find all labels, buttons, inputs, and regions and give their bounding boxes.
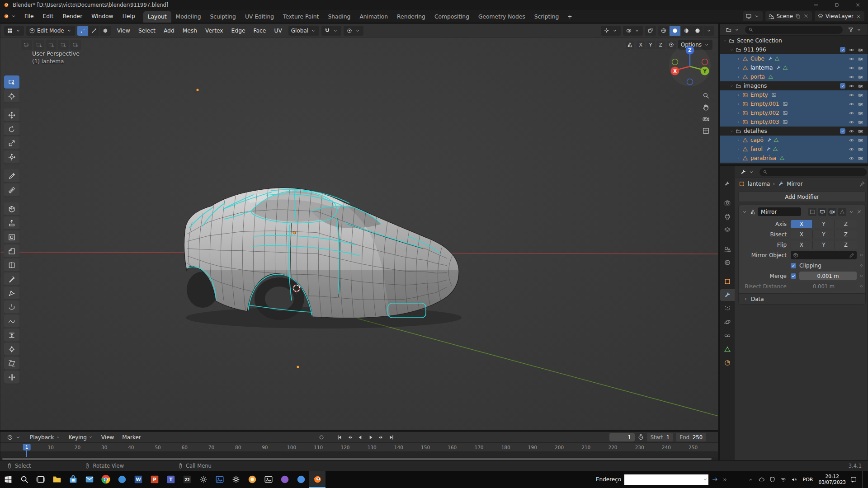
properties-tab-data[interactable]	[720, 343, 735, 355]
tool-measure[interactable]	[4, 183, 19, 197]
stopwatch-icon[interactable]	[637, 434, 644, 441]
navigation-gizmo[interactable]: ZXY	[668, 44, 712, 87]
tool-smooth[interactable]	[4, 314, 19, 328]
disable-in-render-icon[interactable]	[858, 146, 863, 152]
hide-in-viewport-icon[interactable]	[849, 83, 854, 89]
display-on-cage-toggle[interactable]	[838, 208, 846, 216]
camera-view-icon[interactable]	[702, 115, 710, 123]
bisect-z-button[interactable]: Z	[835, 230, 857, 239]
tool-inset[interactable]	[4, 230, 19, 244]
properties-tab-object[interactable]	[720, 276, 735, 287]
auto-keying-toggle[interactable]	[317, 433, 326, 441]
outliner-row-empty-002[interactable]: Empty.002	[720, 108, 868, 117]
collection-checkbox[interactable]	[840, 128, 845, 134]
overlays-dropdown[interactable]	[623, 26, 643, 36]
workspace-tab-scripting[interactable]: Scripting	[530, 11, 564, 23]
viewport-menu-edge[interactable]: Edge	[227, 28, 250, 34]
viewport-3d[interactable]: Edit Mode ViewSelectAddMeshVertexEdgeFac…	[0, 23, 718, 430]
editor-type-button[interactable]	[4, 26, 24, 36]
tool-add-cube[interactable]	[4, 202, 19, 216]
tool-shrink-fatten[interactable]	[4, 343, 19, 356]
hide-in-viewport-icon[interactable]	[849, 92, 854, 98]
menu-help[interactable]: Help	[118, 10, 140, 23]
collapse-icon[interactable]	[729, 84, 735, 88]
new-scene-icon[interactable]	[795, 13, 801, 19]
viewlayer-selector[interactable]: ViewLayer	[815, 11, 864, 21]
mirror-symmetry-icon[interactable]	[626, 41, 634, 49]
tool-knife[interactable]	[4, 272, 19, 286]
properties-tab-scene[interactable]	[720, 243, 735, 255]
maximize-button[interactable]	[826, 0, 847, 10]
workspace-tab-animation[interactable]: Animation	[355, 11, 392, 23]
disable-in-render-icon[interactable]	[858, 65, 863, 71]
outliner-row-lantema[interactable]: lantema	[720, 63, 868, 72]
taskbar-settings[interactable]	[228, 471, 244, 488]
tray-cloud-icon[interactable]	[758, 476, 765, 483]
outliner-row-empty-001[interactable]: Empty.001	[720, 99, 868, 108]
shading-options-dropdown[interactable]	[703, 26, 714, 36]
show-gizmo-dropdown[interactable]	[601, 26, 621, 36]
xray-toggle[interactable]	[645, 26, 656, 36]
menu-render[interactable]: Render	[58, 10, 87, 23]
breadcrumb-modifier[interactable]: Mirror	[787, 181, 802, 187]
disable-in-render-icon[interactable]	[858, 47, 863, 53]
collection-checkbox[interactable]	[840, 83, 845, 89]
unlink-scene-icon[interactable]	[803, 13, 809, 19]
collapse-icon[interactable]	[729, 48, 735, 52]
taskbar-blender[interactable]	[309, 471, 326, 488]
select-mode-extend[interactable]: +	[33, 40, 44, 50]
outliner-editor-type-button[interactable]	[723, 25, 743, 35]
language-indicator[interactable]: POR	[802, 477, 815, 483]
workspace-tab-rendering[interactable]: Rendering	[392, 11, 430, 23]
taskbar-photos[interactable]	[212, 471, 228, 488]
zoom-icon[interactable]	[702, 92, 710, 99]
disable-in-render-icon[interactable]	[858, 101, 863, 107]
properties-tab-output[interactable]	[720, 211, 735, 222]
decorator-dot[interactable]	[860, 264, 863, 267]
play-button[interactable]	[366, 433, 375, 441]
shading-solid-button[interactable]	[670, 26, 680, 36]
scrollbar-thumb[interactable]	[2, 458, 712, 460]
viewport-menu-view[interactable]: View	[113, 28, 134, 34]
timeline-menu-playback[interactable]: Playback	[26, 434, 65, 441]
properties-tab-constraints[interactable]	[720, 330, 735, 342]
tray-chevron-up-icon[interactable]	[747, 476, 754, 483]
menu-file[interactable]: File	[20, 10, 38, 23]
outliner-search-input[interactable]	[755, 27, 840, 33]
axis-z-button[interactable]: Z	[835, 220, 857, 228]
timeline-scrollbar[interactable]	[0, 457, 718, 460]
expand-icon[interactable]	[741, 209, 748, 215]
hide-in-viewport-icon[interactable]	[849, 137, 854, 143]
expand-icon[interactable]	[736, 75, 741, 79]
hide-in-viewport-icon[interactable]	[849, 101, 854, 107]
properties-tab-tool[interactable]	[720, 178, 735, 190]
select-mode-set[interactable]	[21, 40, 32, 50]
merge-checkbox[interactable]	[791, 273, 796, 279]
outliner-row-911-996[interactable]: 911 996	[720, 45, 868, 54]
taskbar-tools[interactable]	[195, 471, 212, 488]
tool-scale[interactable]	[4, 136, 19, 150]
scene-selector[interactable]: Scene	[765, 11, 812, 21]
remove-viewlayer-icon[interactable]	[855, 13, 862, 19]
outliner-row-empty-003[interactable]: Empty.003	[720, 117, 868, 127]
tool-select-box[interactable]	[4, 75, 19, 89]
current-frame-marker[interactable]: 1	[23, 444, 31, 450]
eyedropper-icon[interactable]	[849, 253, 854, 258]
disable-in-render-icon[interactable]	[858, 128, 863, 134]
previous-keyframe-button[interactable]	[345, 433, 354, 441]
outliner-row-imagens[interactable]: imagens	[720, 81, 868, 90]
tool-rotate[interactable]	[4, 122, 19, 136]
select-mode-subtract[interactable]: −	[46, 40, 57, 50]
tool-transform[interactable]	[4, 150, 19, 164]
menu-edit[interactable]: Edit	[38, 10, 58, 23]
add-modifier-button[interactable]: Add Modifier	[738, 192, 866, 202]
disable-in-render-icon[interactable]	[858, 92, 863, 98]
timeline-menu-marker[interactable]: Marker	[118, 434, 145, 441]
outliner-row-scene-collection[interactable]: Scene Collection	[720, 36, 868, 45]
face-select-button[interactable]	[100, 26, 111, 36]
tool-bevel[interactable]	[4, 244, 19, 258]
properties-tab-material[interactable]	[720, 357, 735, 369]
expand-icon[interactable]	[736, 66, 741, 70]
symmetry-z-toggle[interactable]: Z	[656, 41, 665, 49]
toolbar-overflow-icon[interactable]	[722, 477, 728, 483]
